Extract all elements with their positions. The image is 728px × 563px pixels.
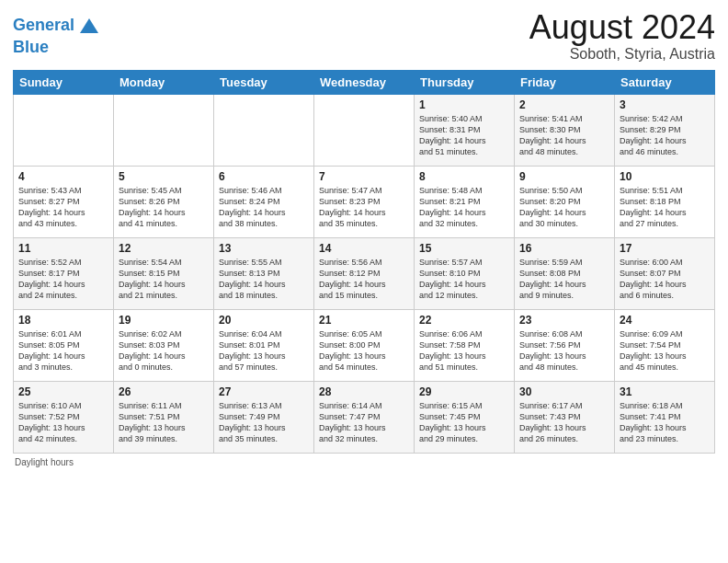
table-row: 24Sunrise: 6:09 AM Sunset: 7:54 PM Dayli… xyxy=(615,309,715,381)
table-row: 4Sunrise: 5:43 AM Sunset: 8:27 PM Daylig… xyxy=(14,166,114,237)
day-number: 29 xyxy=(419,385,509,398)
table-row: 19Sunrise: 6:02 AM Sunset: 8:03 PM Dayli… xyxy=(114,309,214,381)
day-info: Sunrise: 5:47 AM Sunset: 8:23 PM Dayligh… xyxy=(319,185,409,230)
day-info: Sunrise: 6:02 AM Sunset: 8:03 PM Dayligh… xyxy=(119,328,209,373)
day-info: Sunrise: 6:15 AM Sunset: 7:45 PM Dayligh… xyxy=(419,400,509,445)
col-tuesday: Tuesday xyxy=(214,70,314,94)
day-number: 6 xyxy=(219,170,309,183)
calendar-week-row: 4Sunrise: 5:43 AM Sunset: 8:27 PM Daylig… xyxy=(14,166,715,237)
day-info: Sunrise: 6:10 AM Sunset: 7:52 PM Dayligh… xyxy=(18,400,108,445)
day-number: 25 xyxy=(18,385,108,398)
table-row xyxy=(14,94,114,166)
table-row: 3Sunrise: 5:42 AM Sunset: 8:29 PM Daylig… xyxy=(615,94,715,166)
table-row: 9Sunrise: 5:50 AM Sunset: 8:20 PM Daylig… xyxy=(515,166,615,237)
table-row: 27Sunrise: 6:13 AM Sunset: 7:49 PM Dayli… xyxy=(214,381,314,453)
table-row: 18Sunrise: 6:01 AM Sunset: 8:05 PM Dayli… xyxy=(14,309,114,381)
col-wednesday: Wednesday xyxy=(314,70,415,94)
day-number: 11 xyxy=(18,242,108,255)
col-thursday: Thursday xyxy=(415,70,515,94)
table-row xyxy=(214,94,314,166)
day-number: 13 xyxy=(219,242,309,255)
table-row: 16Sunrise: 5:59 AM Sunset: 8:08 PM Dayli… xyxy=(515,237,615,309)
day-info: Sunrise: 5:52 AM Sunset: 8:17 PM Dayligh… xyxy=(18,257,108,302)
day-info: Sunrise: 5:45 AM Sunset: 8:26 PM Dayligh… xyxy=(119,185,209,230)
day-number: 31 xyxy=(620,385,710,398)
logo: General Blue xyxy=(13,13,102,57)
table-row: 30Sunrise: 6:17 AM Sunset: 7:43 PM Dayli… xyxy=(515,381,615,453)
day-info: Sunrise: 6:01 AM Sunset: 8:05 PM Dayligh… xyxy=(18,328,108,373)
table-row: 14Sunrise: 5:56 AM Sunset: 8:12 PM Dayli… xyxy=(314,237,415,309)
day-number: 20 xyxy=(219,314,309,327)
day-info: Sunrise: 6:14 AM Sunset: 7:47 PM Dayligh… xyxy=(319,400,409,445)
day-number: 22 xyxy=(419,314,509,327)
day-number: 1 xyxy=(419,98,509,111)
svg-marker-1 xyxy=(85,26,93,33)
table-row: 21Sunrise: 6:05 AM Sunset: 8:00 PM Dayli… xyxy=(314,309,415,381)
day-number: 30 xyxy=(519,385,609,398)
day-number: 15 xyxy=(419,242,509,255)
table-row: 8Sunrise: 5:48 AM Sunset: 8:21 PM Daylig… xyxy=(415,166,515,237)
location-title: Soboth, Styria, Austria xyxy=(529,46,715,63)
table-row: 26Sunrise: 6:11 AM Sunset: 7:51 PM Dayli… xyxy=(114,381,214,453)
day-number: 14 xyxy=(319,242,409,255)
table-row: 28Sunrise: 6:14 AM Sunset: 7:47 PM Dayli… xyxy=(314,381,415,453)
day-info: Sunrise: 6:04 AM Sunset: 8:01 PM Dayligh… xyxy=(219,328,309,373)
day-number: 10 xyxy=(620,170,710,183)
day-number: 8 xyxy=(419,170,509,183)
table-row: 1Sunrise: 5:40 AM Sunset: 8:31 PM Daylig… xyxy=(415,94,515,166)
day-info: Sunrise: 6:18 AM Sunset: 7:41 PM Dayligh… xyxy=(620,400,710,445)
col-saturday: Saturday xyxy=(615,70,715,94)
calendar-header-row: Sunday Monday Tuesday Wednesday Thursday… xyxy=(14,70,715,94)
page-container: General Blue August 2024 Soboth, Styria,… xyxy=(0,0,728,477)
table-row: 31Sunrise: 6:18 AM Sunset: 7:41 PM Dayli… xyxy=(615,381,715,453)
month-year-title: August 2024 xyxy=(529,9,715,46)
calendar-week-row: 1Sunrise: 5:40 AM Sunset: 8:31 PM Daylig… xyxy=(14,94,715,166)
day-number: 28 xyxy=(319,385,409,398)
day-number: 9 xyxy=(519,170,609,183)
day-info: Sunrise: 6:11 AM Sunset: 7:51 PM Dayligh… xyxy=(119,400,209,445)
day-number: 7 xyxy=(319,170,409,183)
day-number: 5 xyxy=(119,170,209,183)
logo-icon xyxy=(76,13,102,39)
day-info: Sunrise: 5:43 AM Sunset: 8:27 PM Dayligh… xyxy=(18,185,108,230)
calendar-week-row: 11Sunrise: 5:52 AM Sunset: 8:17 PM Dayli… xyxy=(14,237,715,309)
day-info: Sunrise: 5:46 AM Sunset: 8:24 PM Dayligh… xyxy=(219,185,309,230)
day-number: 23 xyxy=(519,314,609,327)
table-row: 22Sunrise: 6:06 AM Sunset: 7:58 PM Dayli… xyxy=(415,309,515,381)
day-info: Sunrise: 5:59 AM Sunset: 8:08 PM Dayligh… xyxy=(519,257,609,302)
day-info: Sunrise: 5:40 AM Sunset: 8:31 PM Dayligh… xyxy=(419,113,509,158)
table-row: 23Sunrise: 6:08 AM Sunset: 7:56 PM Dayli… xyxy=(515,309,615,381)
logo-text: General xyxy=(13,17,74,35)
header: General Blue August 2024 Soboth, Styria,… xyxy=(13,9,715,63)
day-number: 3 xyxy=(620,98,710,111)
day-info: Sunrise: 5:54 AM Sunset: 8:15 PM Dayligh… xyxy=(119,257,209,302)
table-row: 11Sunrise: 5:52 AM Sunset: 8:17 PM Dayli… xyxy=(14,237,114,309)
day-info: Sunrise: 6:05 AM Sunset: 8:00 PM Dayligh… xyxy=(319,328,409,373)
table-row: 10Sunrise: 5:51 AM Sunset: 8:18 PM Dayli… xyxy=(615,166,715,237)
day-number: 26 xyxy=(119,385,209,398)
day-number: 16 xyxy=(519,242,609,255)
day-info: Sunrise: 5:50 AM Sunset: 8:20 PM Dayligh… xyxy=(519,185,609,230)
day-info: Sunrise: 5:57 AM Sunset: 8:10 PM Dayligh… xyxy=(419,257,509,302)
table-row: 7Sunrise: 5:47 AM Sunset: 8:23 PM Daylig… xyxy=(314,166,415,237)
calendar-week-row: 18Sunrise: 6:01 AM Sunset: 8:05 PM Dayli… xyxy=(14,309,715,381)
col-friday: Friday xyxy=(515,70,615,94)
col-monday: Monday xyxy=(114,70,214,94)
table-row xyxy=(314,94,415,166)
day-number: 4 xyxy=(18,170,108,183)
footer-daylight: Daylight hours xyxy=(13,457,715,467)
table-row: 20Sunrise: 6:04 AM Sunset: 8:01 PM Dayli… xyxy=(214,309,314,381)
day-info: Sunrise: 5:55 AM Sunset: 8:13 PM Dayligh… xyxy=(219,257,309,302)
table-row: 29Sunrise: 6:15 AM Sunset: 7:45 PM Dayli… xyxy=(415,381,515,453)
table-row: 12Sunrise: 5:54 AM Sunset: 8:15 PM Dayli… xyxy=(114,237,214,309)
day-number: 21 xyxy=(319,314,409,327)
day-number: 17 xyxy=(620,242,710,255)
day-info: Sunrise: 6:00 AM Sunset: 8:07 PM Dayligh… xyxy=(620,257,710,302)
day-number: 2 xyxy=(519,98,609,111)
day-info: Sunrise: 6:09 AM Sunset: 7:54 PM Dayligh… xyxy=(620,328,710,373)
day-info: Sunrise: 6:13 AM Sunset: 7:49 PM Dayligh… xyxy=(219,400,309,445)
day-info: Sunrise: 6:08 AM Sunset: 7:56 PM Dayligh… xyxy=(519,328,609,373)
day-info: Sunrise: 5:42 AM Sunset: 8:29 PM Dayligh… xyxy=(620,113,710,158)
day-number: 18 xyxy=(18,314,108,327)
day-number: 19 xyxy=(119,314,209,327)
